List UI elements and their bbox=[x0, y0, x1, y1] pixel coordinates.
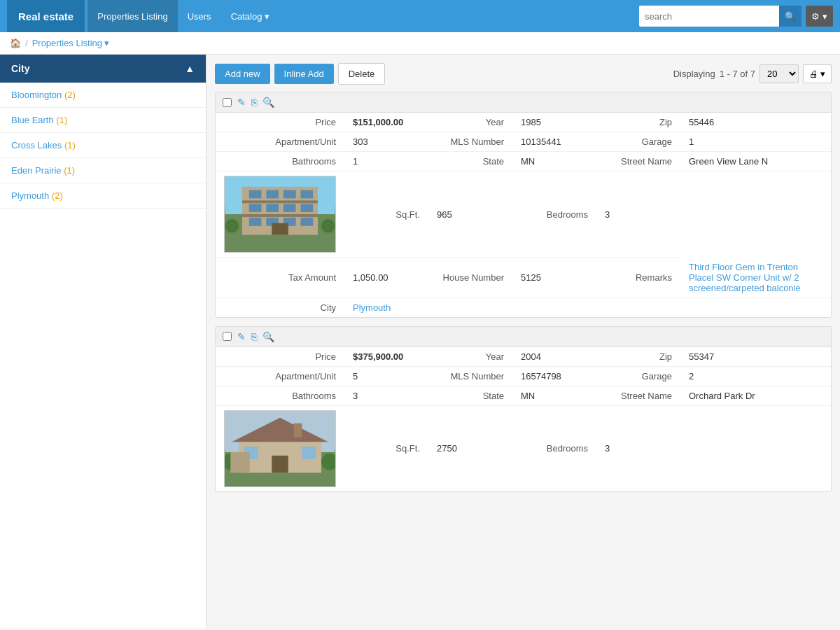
city-count: (1) bbox=[56, 115, 67, 125]
property-checkbox[interactable] bbox=[223, 332, 232, 341]
apt-label: Apartment/Unit bbox=[216, 132, 344, 152]
zip-value: 55347 bbox=[680, 347, 831, 367]
sidebar-header: City ▲ bbox=[0, 55, 206, 83]
city-count: (2) bbox=[52, 190, 63, 201]
city-name: Blue Earth bbox=[11, 115, 54, 125]
mls-value: 10135441 bbox=[512, 132, 596, 152]
city-name: Cross Lakes bbox=[11, 140, 62, 150]
search-form: 🔍 bbox=[639, 6, 802, 27]
state-label: State bbox=[428, 152, 512, 172]
svg-rect-26 bbox=[302, 447, 316, 459]
apt-label: Apartment/Unit bbox=[216, 366, 344, 386]
breadcrumb-home[interactable]: 🏠 bbox=[10, 38, 21, 48]
table-row: Tax Amount 1,050.00 House Number 5125 Re… bbox=[216, 258, 831, 298]
sidebar-sort-icon[interactable]: ▲ bbox=[185, 63, 195, 74]
nav-properties-listing[interactable]: Properties Listing bbox=[88, 0, 177, 32]
print-button[interactable]: 🖨 ▾ bbox=[803, 64, 832, 83]
table-row: Price $375,900.00 Year 2004 Zip 55347 bbox=[216, 347, 831, 367]
bed-label: Bedrooms bbox=[512, 405, 596, 491]
year-label: Year bbox=[428, 347, 512, 367]
garage-value: 1 bbox=[680, 132, 831, 152]
nav-users[interactable]: Users bbox=[178, 0, 221, 32]
breadcrumb-properties-listing[interactable]: Properties Listing ▾ bbox=[32, 38, 109, 48]
zip-label: Zip bbox=[596, 347, 680, 367]
sidebar-item-eden-prairie[interactable]: Eden Prairie (1) bbox=[0, 158, 206, 183]
svg-rect-9 bbox=[249, 204, 262, 212]
print-dropdown-icon: ▾ bbox=[820, 69, 825, 79]
street-label: Street Name bbox=[596, 152, 680, 172]
nav-catalog[interactable]: Catalog ▾ bbox=[221, 0, 279, 32]
property-table: Price $375,900.00 Year 2004 Zip 55347 Ap… bbox=[216, 347, 831, 491]
inline-add-button[interactable]: Inline Add bbox=[274, 64, 334, 84]
bath-label: Bathrooms bbox=[216, 152, 344, 172]
bath-value: 1 bbox=[344, 152, 428, 172]
year-value: 1985 bbox=[512, 113, 596, 132]
top-nav: Real estate Properties Listing Users Cat… bbox=[0, 0, 840, 32]
sqft-value: 2750 bbox=[428, 405, 512, 491]
property-card-actions: ✎ ⎘ 🔍 bbox=[216, 327, 831, 347]
price-value: $375,900.00 bbox=[344, 347, 428, 367]
breadcrumb-dropdown-icon: ▾ bbox=[104, 38, 109, 48]
link-icon[interactable]: ⎘ bbox=[251, 97, 257, 108]
svg-rect-17 bbox=[272, 223, 288, 235]
svg-point-19 bbox=[321, 219, 335, 233]
mls-label: MLS Number bbox=[428, 132, 512, 152]
per-page-select[interactable]: 20 10 50 100 bbox=[760, 64, 799, 83]
house-num-value: 5125 bbox=[512, 258, 596, 298]
property-image-cell bbox=[216, 172, 344, 258]
remarks-value: Third Floor Gem in Trenton Placel SW Cor… bbox=[680, 258, 831, 298]
zip-value: 55446 bbox=[680, 113, 831, 132]
delete-button[interactable]: Delete bbox=[338, 63, 386, 85]
city-count: (1) bbox=[64, 140, 76, 150]
price-label: Price bbox=[216, 347, 344, 367]
svg-rect-11 bbox=[284, 204, 296, 212]
edit-icon[interactable]: ✎ bbox=[237, 97, 246, 108]
svg-rect-3 bbox=[242, 200, 318, 203]
search-input[interactable] bbox=[639, 6, 779, 27]
svg-rect-27 bbox=[294, 423, 302, 437]
svg-rect-10 bbox=[266, 204, 279, 212]
apt-value: 303 bbox=[344, 132, 428, 152]
svg-rect-24 bbox=[272, 455, 288, 472]
sidebar-item-cross-lakes[interactable]: Cross Lakes (1) bbox=[0, 133, 206, 158]
state-label: State bbox=[428, 386, 512, 405]
property-card: ✎ ⎘ 🔍 Price $151,000.00 Year 1985 Zip 55… bbox=[215, 92, 832, 318]
svg-rect-6 bbox=[266, 190, 279, 199]
bed-label: Bedrooms bbox=[512, 172, 596, 258]
bath-value: 3 bbox=[344, 386, 428, 405]
main-layout: City ▲ Bloomington (2) Blue Earth (1) Cr… bbox=[0, 55, 840, 629]
sidebar-item-bloomington[interactable]: Bloomington (2) bbox=[0, 83, 206, 108]
mls-label: MLS Number bbox=[428, 366, 512, 386]
search-button[interactable]: 🔍 bbox=[779, 6, 802, 27]
link-icon[interactable]: ⎘ bbox=[251, 331, 257, 342]
svg-rect-8 bbox=[300, 190, 313, 199]
garage-label: Garage bbox=[596, 132, 680, 152]
edit-icon[interactable]: ✎ bbox=[237, 331, 246, 342]
add-new-button[interactable]: Add new bbox=[215, 64, 270, 84]
breadcrumb-link-text: Properties Listing bbox=[32, 38, 102, 48]
sidebar-item-plymouth[interactable]: Plymouth (2) bbox=[0, 183, 206, 209]
sidebar-item-blue-earth[interactable]: Blue Earth (1) bbox=[0, 108, 206, 133]
svg-point-18 bbox=[225, 219, 239, 233]
city-value: Plymouth bbox=[344, 298, 831, 317]
search-icon[interactable]: 🔍 bbox=[262, 97, 274, 108]
table-row: Bathrooms 1 State MN Street Name Green V… bbox=[216, 152, 831, 172]
gear-icon: ⚙ bbox=[811, 11, 820, 22]
state-value: MN bbox=[512, 386, 596, 405]
apt-value: 5 bbox=[344, 366, 428, 386]
property-checkbox[interactable] bbox=[223, 98, 232, 107]
city-count: (1) bbox=[64, 165, 75, 176]
tax-label: Tax Amount bbox=[216, 258, 344, 298]
settings-button[interactable]: ⚙ ▾ bbox=[806, 6, 833, 27]
svg-rect-16 bbox=[300, 218, 313, 226]
sqft-label: Sq.Ft. bbox=[344, 172, 428, 258]
sidebar: City ▲ Bloomington (2) Blue Earth (1) Cr… bbox=[0, 55, 206, 629]
table-row: Bathrooms 3 State MN Street Name Orchard… bbox=[216, 386, 831, 405]
sqft-value: 965 bbox=[428, 172, 512, 258]
sidebar-title: City bbox=[11, 63, 29, 74]
content-area: Add new Inline Add Delete Displaying 1 -… bbox=[206, 55, 840, 629]
street-value: Green View Lane N bbox=[680, 152, 831, 172]
year-value: 2004 bbox=[512, 347, 596, 367]
city-name: Plymouth bbox=[11, 190, 49, 201]
search-icon[interactable]: 🔍 bbox=[262, 331, 274, 342]
